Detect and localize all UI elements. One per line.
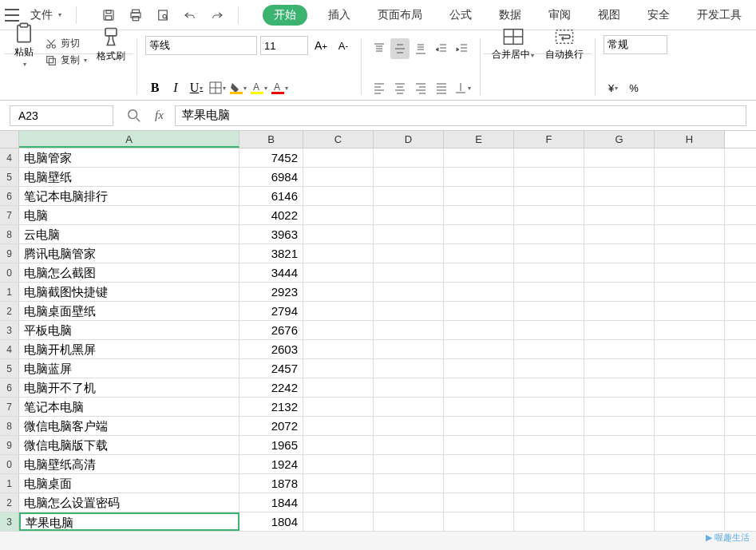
cell[interactable]: 苹果电脑 [19, 512, 239, 531]
cell[interactable]: 微信电脑版下载 [19, 436, 239, 454]
cell[interactable] [444, 436, 514, 454]
row-header[interactable]: 8 [0, 225, 19, 243]
row-header[interactable]: 7 [0, 206, 19, 224]
cell[interactable]: 电脑桌面 [19, 474, 239, 493]
cell[interactable] [374, 474, 444, 493]
cell[interactable] [514, 168, 584, 186]
cell[interactable] [514, 206, 584, 224]
cell[interactable] [514, 359, 584, 378]
cell[interactable] [514, 378, 584, 397]
italic-button[interactable]: I [166, 77, 185, 98]
cell[interactable] [584, 436, 655, 454]
cell[interactable] [444, 378, 514, 397]
cell[interactable] [444, 512, 514, 531]
cell[interactable]: 电脑 [19, 206, 239, 224]
cell[interactable] [303, 225, 374, 243]
cell[interactable] [374, 187, 444, 205]
cell[interactable] [584, 359, 655, 378]
row-header[interactable]: 2 [0, 302, 19, 320]
cell[interactable] [303, 455, 374, 473]
cell[interactable] [303, 398, 374, 416]
cell[interactable] [374, 417, 444, 435]
number-format-select[interactable] [604, 35, 667, 54]
cell[interactable]: 1844 [239, 493, 303, 512]
cell[interactable]: 云电脑 [19, 225, 239, 243]
tab-insert[interactable]: 插入 [322, 5, 357, 26]
cell[interactable] [303, 378, 374, 397]
border-button[interactable]: ▾ [208, 77, 227, 98]
align-right-icon[interactable] [411, 77, 430, 98]
increase-font-icon[interactable]: A+ [311, 35, 331, 56]
cell[interactable] [514, 225, 584, 243]
cell[interactable] [303, 187, 374, 205]
cell[interactable] [303, 283, 374, 301]
cell[interactable] [374, 168, 444, 186]
cell[interactable] [303, 417, 374, 435]
cell[interactable] [303, 263, 374, 282]
cell[interactable]: 电脑截图快捷键 [19, 283, 239, 301]
cell[interactable] [374, 398, 444, 416]
tab-review[interactable]: 审阅 [542, 5, 577, 26]
cell[interactable] [374, 378, 444, 397]
tab-start[interactable]: 开始 [263, 5, 307, 26]
cell[interactable] [584, 187, 655, 205]
cell[interactable] [584, 225, 655, 243]
align-center-icon[interactable] [390, 77, 410, 98]
cell[interactable] [584, 283, 655, 301]
cell[interactable] [514, 263, 584, 282]
cell[interactable] [584, 474, 655, 493]
row-header[interactable]: 4 [0, 148, 19, 167]
cell[interactable]: 2794 [239, 302, 303, 320]
column-header-C[interactable]: C [303, 131, 374, 148]
cell[interactable] [444, 206, 514, 224]
cell[interactable]: 3444 [239, 263, 303, 282]
font-size-select[interactable] [260, 36, 308, 55]
cell[interactable] [584, 206, 655, 224]
cell[interactable]: 2242 [239, 378, 303, 397]
cell[interactable] [655, 359, 725, 378]
cell[interactable] [444, 302, 514, 320]
cell[interactable] [514, 417, 584, 435]
cell[interactable] [655, 283, 725, 301]
tab-data[interactable]: 数据 [493, 5, 528, 26]
print-preview-icon[interactable] [153, 5, 172, 26]
cell[interactable] [584, 168, 655, 186]
wrap-text-button[interactable]: 自动换行 [542, 26, 587, 63]
cell[interactable]: 2457 [239, 359, 303, 378]
cell[interactable] [514, 244, 584, 263]
cell[interactable]: 1804 [239, 512, 303, 531]
cell[interactable] [655, 206, 725, 224]
cell[interactable]: 电脑怎么设置密码 [19, 493, 239, 512]
cell[interactable] [444, 283, 514, 301]
currency-icon[interactable]: ¥▾ [604, 77, 623, 98]
align-middle-icon[interactable] [390, 38, 410, 59]
cell[interactable] [374, 225, 444, 243]
cut-button[interactable]: 剪切 [43, 35, 89, 52]
cell[interactable] [514, 148, 584, 167]
column-header-E[interactable]: E [444, 131, 514, 148]
underline-button[interactable]: U▾ [187, 77, 206, 98]
cell[interactable] [655, 436, 725, 454]
cell[interactable] [655, 340, 725, 358]
fx-icon[interactable]: fx [155, 109, 164, 122]
cell[interactable] [514, 302, 584, 320]
cell[interactable] [514, 512, 584, 531]
cell[interactable] [514, 340, 584, 358]
cell[interactable] [584, 417, 655, 435]
cell[interactable] [303, 244, 374, 263]
cell[interactable] [444, 340, 514, 358]
row-header[interactable]: 1 [0, 283, 19, 301]
cell[interactable] [584, 493, 655, 512]
cell[interactable] [303, 148, 374, 167]
cell[interactable] [655, 302, 725, 320]
cell[interactable] [514, 283, 584, 301]
cell[interactable]: 电脑开机黑屏 [19, 340, 239, 358]
cell[interactable] [655, 455, 725, 473]
row-header[interactable]: 5 [0, 168, 19, 186]
cell[interactable] [444, 417, 514, 435]
column-header-H[interactable]: H [655, 131, 725, 148]
cell[interactable] [655, 244, 725, 263]
column-header-A[interactable]: A [19, 131, 239, 148]
cell[interactable]: 2676 [239, 321, 303, 339]
cell[interactable] [374, 359, 444, 378]
